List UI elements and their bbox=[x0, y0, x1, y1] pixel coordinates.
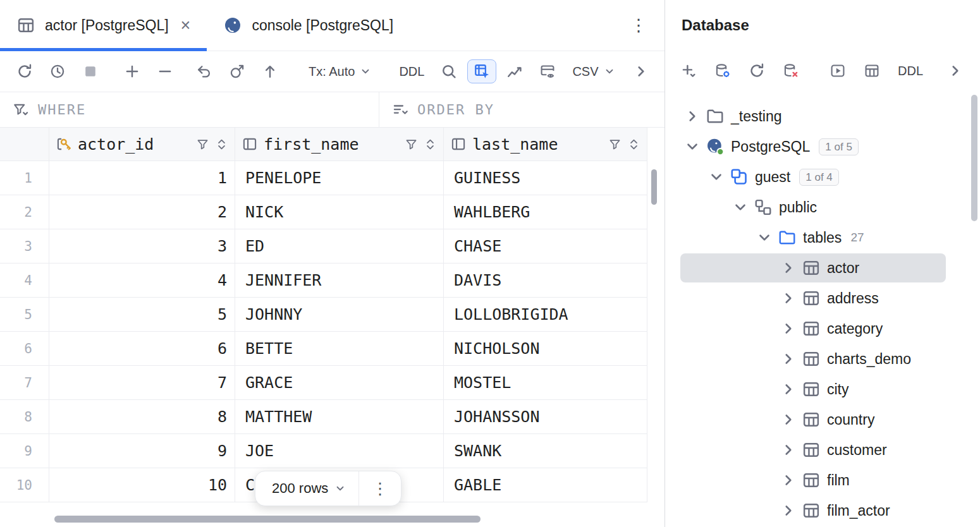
table-row[interactable]: 4 4 JENNIFER DAVIS bbox=[0, 264, 647, 298]
ddl-button[interactable]: DDL bbox=[393, 59, 431, 83]
ddl-button[interactable]: DDL bbox=[891, 59, 929, 83]
export-format-select[interactable]: CSV bbox=[566, 59, 621, 83]
cell-actor-id[interactable]: 8 bbox=[49, 400, 235, 433]
table-row[interactable]: 6 6 BETTE NICHOLSON bbox=[0, 332, 647, 366]
cell-last-name[interactable]: JOHANSSON bbox=[444, 400, 647, 433]
cell-last-name[interactable]: CHASE bbox=[444, 229, 647, 263]
chevron-right-icon[interactable] bbox=[780, 320, 797, 337]
more-toolbar-button[interactable] bbox=[941, 59, 970, 83]
cell-last-name[interactable]: GABLE bbox=[444, 468, 647, 502]
cell-last-name[interactable]: WAHLBERG bbox=[444, 195, 647, 229]
table-row[interactable]: 9 9 JOE SWANK bbox=[0, 434, 647, 468]
table-row[interactable]: 1 1 PENELOPE GUINESS bbox=[0, 161, 647, 195]
chevron-right-icon[interactable] bbox=[780, 411, 797, 428]
cell-last-name[interactable]: SWANK bbox=[444, 434, 647, 468]
where-filter-input[interactable]: WHERE bbox=[0, 92, 379, 127]
cell-actor-id[interactable]: 7 bbox=[49, 366, 235, 399]
column-header-actor-id[interactable]: actor_id bbox=[49, 128, 235, 161]
tree-item-customer[interactable]: customer bbox=[665, 435, 980, 465]
page-size-popup[interactable]: 200 rows ⋮ bbox=[255, 471, 401, 506]
cell-last-name[interactable]: LOLLOBRIGIDA bbox=[444, 298, 647, 331]
cell-first-name[interactable]: PENELOPE bbox=[235, 161, 444, 195]
tree-item-country[interactable]: country bbox=[665, 404, 980, 435]
cell-actor-id[interactable]: 3 bbox=[49, 229, 235, 263]
cell-last-name[interactable]: GUINESS bbox=[444, 161, 647, 195]
cell-first-name[interactable]: ED bbox=[235, 229, 444, 263]
tree-item-film-actor[interactable]: film_actor bbox=[665, 495, 980, 526]
chevron-right-icon[interactable] bbox=[780, 442, 797, 458]
column-sort-icon[interactable] bbox=[424, 138, 437, 151]
cell-first-name[interactable]: BETTE bbox=[235, 332, 444, 365]
tree-item-actor[interactable]: actor bbox=[665, 253, 980, 283]
column-header-last-name[interactable]: last_name bbox=[444, 128, 647, 161]
cell-last-name[interactable]: MOSTEL bbox=[444, 366, 647, 399]
vertical-scrollbar[interactable] bbox=[651, 169, 657, 205]
open-table-button[interactable] bbox=[857, 59, 886, 83]
chevron-right-icon[interactable] bbox=[780, 472, 797, 488]
chevron-down-icon[interactable] bbox=[756, 229, 773, 246]
jump-to-console-button[interactable] bbox=[823, 59, 852, 83]
cell-last-name[interactable]: DAVIS bbox=[444, 264, 647, 297]
column-sort-icon[interactable] bbox=[627, 138, 640, 151]
add-row-button[interactable] bbox=[118, 59, 147, 83]
tree-item-testing[interactable]: _testing bbox=[665, 101, 980, 131]
tree-item-public[interactable]: public bbox=[665, 192, 980, 222]
table-view-toggle[interactable] bbox=[467, 59, 496, 83]
refresh-button[interactable] bbox=[742, 59, 771, 83]
kebab-menu-icon[interactable]: ⋮ bbox=[359, 479, 401, 499]
kebab-menu-icon[interactable]: ⋮ bbox=[628, 15, 649, 35]
tree-item-charts-demo[interactable]: charts_demo bbox=[665, 344, 980, 374]
cell-first-name[interactable]: JENNIFER bbox=[235, 264, 444, 297]
tree-item-guest[interactable]: guest 1 of 4 bbox=[665, 162, 980, 192]
stop-button[interactable] bbox=[76, 59, 105, 83]
chevron-right-icon[interactable] bbox=[684, 108, 701, 124]
table-preview-button[interactable] bbox=[533, 59, 562, 83]
column-filter-icon[interactable] bbox=[405, 138, 418, 151]
delete-row-button[interactable] bbox=[150, 59, 180, 83]
cell-actor-id[interactable]: 9 bbox=[49, 434, 235, 468]
tree-item-category[interactable]: category bbox=[665, 313, 980, 344]
cell-first-name[interactable]: GRACE bbox=[235, 366, 444, 399]
chevron-right-icon[interactable] bbox=[780, 381, 797, 397]
tx-mode-select[interactable]: Tx: Auto bbox=[302, 59, 377, 83]
cell-actor-id[interactable]: 10 bbox=[49, 468, 235, 502]
column-filter-icon[interactable] bbox=[196, 138, 209, 151]
tab-actor[interactable]: actor [PostgreSQL] × bbox=[0, 0, 207, 51]
page-size-value[interactable]: 200 rows bbox=[272, 480, 328, 497]
table-row[interactable]: 5 5 JOHNNY LOLLOBRIGIDA bbox=[0, 298, 647, 332]
chevron-right-icon[interactable] bbox=[780, 290, 797, 306]
more-toolbar-button[interactable] bbox=[627, 59, 656, 83]
column-sort-icon[interactable] bbox=[215, 138, 228, 151]
tab-console[interactable]: console [PostgreSQL] bbox=[207, 0, 410, 51]
tree-item-postgresql[interactable]: PostgreSQL 1 of 5 bbox=[665, 131, 980, 162]
chevron-right-icon[interactable] bbox=[780, 502, 797, 519]
new-datasource-button[interactable] bbox=[674, 59, 703, 83]
chevron-down-icon[interactable] bbox=[732, 199, 749, 215]
search-button[interactable] bbox=[434, 59, 463, 83]
cell-actor-id[interactable]: 2 bbox=[49, 195, 235, 229]
close-icon[interactable]: × bbox=[181, 17, 191, 34]
chevron-right-icon[interactable] bbox=[780, 351, 797, 367]
disconnect-button[interactable] bbox=[776, 59, 805, 83]
history-button[interactable] bbox=[43, 59, 72, 83]
order-by-input[interactable]: ORDER BY bbox=[379, 92, 665, 127]
chart-view-button[interactable] bbox=[500, 59, 529, 83]
table-row[interactable]: 3 3 ED CHASE bbox=[0, 229, 647, 264]
cell-actor-id[interactable]: 6 bbox=[49, 332, 235, 365]
table-row[interactable]: 2 2 NICK WAHLBERG bbox=[0, 195, 647, 229]
tree-item-tables[interactable]: tables 27 bbox=[665, 222, 980, 253]
cell-actor-id[interactable]: 4 bbox=[49, 264, 235, 297]
chevron-down-icon[interactable] bbox=[684, 138, 701, 155]
vertical-scrollbar[interactable] bbox=[971, 95, 977, 221]
horizontal-scrollbar[interactable] bbox=[54, 516, 481, 523]
tree-item-address[interactable]: address bbox=[665, 283, 980, 313]
cell-actor-id[interactable]: 1 bbox=[49, 161, 235, 195]
table-row[interactable]: 8 8 MATTHEW JOHANSSON bbox=[0, 400, 647, 434]
cell-first-name[interactable]: NICK bbox=[235, 195, 444, 229]
submit-button[interactable] bbox=[255, 59, 285, 83]
rollback-button[interactable] bbox=[223, 59, 252, 83]
revert-button[interactable] bbox=[190, 59, 219, 83]
tree-item-city[interactable]: city bbox=[665, 374, 980, 404]
column-header-first-name[interactable]: first_name bbox=[235, 128, 444, 161]
column-filter-icon[interactable] bbox=[608, 138, 622, 151]
